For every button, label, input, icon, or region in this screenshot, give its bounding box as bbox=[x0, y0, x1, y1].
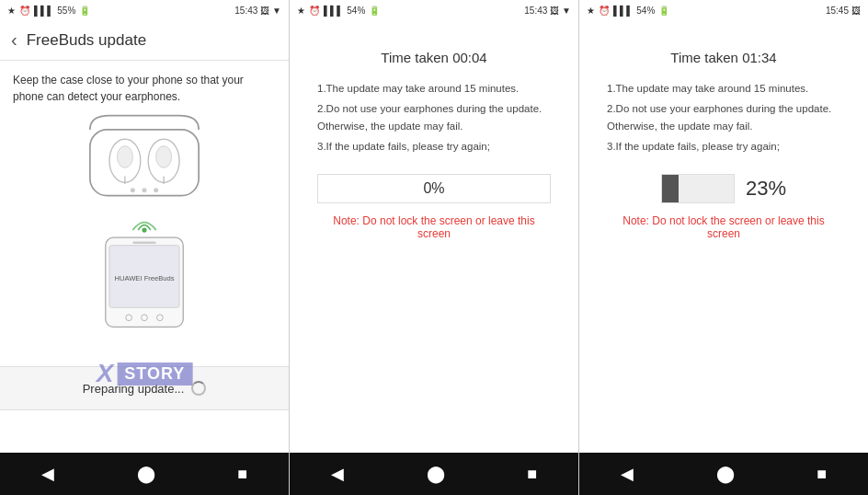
device-illustration: HUAWEI FreeBuds bbox=[52, 114, 236, 335]
svg-point-7 bbox=[131, 188, 135, 192]
nav-recents-3[interactable]: ■ bbox=[817, 465, 827, 484]
status-left-1: ★ ⏰ ▌▌▌ 55% 🔋 bbox=[7, 6, 90, 16]
progress-bar-container-3 bbox=[661, 174, 735, 203]
update-note-3-1: 1.The update may take around 15 minutes. bbox=[607, 80, 840, 98]
update-note-3-2: 2.Do not use your earphones during the u… bbox=[607, 100, 840, 136]
status-icon-bt2: ★ bbox=[297, 6, 305, 16]
update-notes-2: 1.The update may take around 15 minutes.… bbox=[317, 80, 551, 155]
svg-point-2 bbox=[117, 146, 132, 168]
status-right-2: 15:43 🖼 ▼ bbox=[524, 6, 571, 16]
page-title-1: FreeBuds update bbox=[27, 31, 146, 50]
status-signal3: ▌▌▌ bbox=[613, 6, 633, 16]
content-area-2: Time taken 00:04 1.The update may take a… bbox=[290, 20, 578, 453]
phone-panel-2: ★ ⏰ ▌▌▌ 54% 🔋 15:43 🖼 ▼ Time taken 00:04… bbox=[290, 0, 579, 495]
battery-icon2: 🔋 bbox=[369, 6, 380, 16]
progress-percent-3: 23% bbox=[746, 177, 786, 201]
status-icon-bt3: ★ bbox=[587, 6, 595, 16]
status-left-3: ★ ⏰ ▌▌▌ 54% 🔋 bbox=[587, 6, 669, 16]
spinner-icon bbox=[191, 381, 206, 396]
nav-recents-2[interactable]: ■ bbox=[527, 465, 537, 484]
time-taken-2: Time taken 00:04 bbox=[317, 50, 551, 65]
progress-section-3: 23% bbox=[607, 174, 840, 203]
nav-recents-1[interactable]: ■ bbox=[237, 465, 247, 484]
watermark: X STORY bbox=[97, 359, 193, 388]
watermark-story: STORY bbox=[117, 363, 192, 386]
progress-display-2: 0% bbox=[317, 174, 551, 203]
watermark-x: X bbox=[97, 359, 114, 388]
svg-rect-0 bbox=[90, 130, 199, 196]
status-extra-2: 🖼 ▼ bbox=[550, 6, 571, 16]
nav-bar-3: ◀ ⬤ ■ bbox=[579, 453, 868, 495]
status-battery2: 54% bbox=[347, 6, 365, 16]
note-text-2: Note: Do not lock the screen or leave th… bbox=[317, 214, 551, 240]
top-bar-1: ‹ FreeBuds update bbox=[0, 20, 289, 61]
status-icon-alarm2: ⏰ bbox=[309, 6, 320, 16]
nav-bar-2: ◀ ⬤ ■ bbox=[290, 453, 578, 495]
phone-panel-3: ★ ⏰ ▌▌▌ 54% 🔋 15:45 🖼 Time taken 01:34 1… bbox=[579, 0, 868, 495]
nav-home-3[interactable]: ⬤ bbox=[716, 464, 735, 484]
status-left-2: ★ ⏰ ▌▌▌ 54% 🔋 bbox=[297, 6, 380, 16]
battery-icon: 🔋 bbox=[79, 6, 90, 16]
svg-text:HUAWEI FreeBuds: HUAWEI FreeBuds bbox=[114, 274, 174, 282]
status-signal2: ▌▌▌ bbox=[324, 6, 343, 16]
battery-icon3: 🔋 bbox=[658, 6, 669, 16]
phone-panel-1: ★ ⏰ ▌▌▌ 55% 🔋 15:43 🖼 ▼ ‹ FreeBuds updat… bbox=[0, 0, 290, 495]
update-content-2: Time taken 00:04 1.The update may take a… bbox=[303, 31, 565, 251]
svg-point-5 bbox=[156, 146, 172, 168]
nav-home-1[interactable]: ⬤ bbox=[137, 464, 155, 484]
svg-point-10 bbox=[142, 227, 146, 232]
svg-point-9 bbox=[154, 188, 158, 192]
status-bar-3: ★ ⏰ ▌▌▌ 54% 🔋 15:45 🖼 bbox=[579, 0, 868, 20]
status-bar-2: ★ ⏰ ▌▌▌ 54% 🔋 15:43 🖼 ▼ bbox=[290, 0, 578, 20]
status-time-3: 15:45 bbox=[826, 6, 849, 16]
progress-percent-2: 0% bbox=[423, 180, 444, 196]
status-extra-1: 🖼 ▼ bbox=[260, 6, 281, 16]
status-extra-3: 🖼 bbox=[851, 6, 861, 16]
time-taken-3: Time taken 01:34 bbox=[607, 50, 840, 65]
content-area-1: Keep the case close to your phone so tha… bbox=[0, 61, 289, 453]
status-right-3: 15:45 🖼 bbox=[826, 6, 861, 16]
nav-back-2[interactable]: ◀ bbox=[331, 464, 344, 484]
status-bar-1: ★ ⏰ ▌▌▌ 55% 🔋 15:43 🖼 ▼ bbox=[0, 0, 289, 20]
content-area-3: Time taken 01:34 1.The update may take a… bbox=[579, 20, 868, 453]
update-note-2-2: 2.Do not use your earphones during the u… bbox=[317, 100, 551, 136]
instruction-text: Keep the case close to your phone so tha… bbox=[13, 72, 276, 105]
update-note-3-3: 3.If the update fails, please try again; bbox=[607, 138, 840, 156]
note-text-3: Note: Do not lock the screen or leave th… bbox=[607, 214, 840, 240]
nav-home-2[interactable]: ⬤ bbox=[427, 464, 445, 484]
status-icon-alarm3: ⏰ bbox=[599, 6, 610, 16]
status-signal: ▌▌▌ bbox=[34, 6, 53, 16]
update-note-2-3: 3.If the update fails, please try again; bbox=[317, 138, 551, 156]
phone-svg: HUAWEI FreeBuds bbox=[80, 234, 209, 335]
update-notes-3: 1.The update may take around 15 minutes.… bbox=[607, 80, 840, 155]
update-note-2-1: 1.The update may take around 15 minutes. bbox=[317, 80, 551, 98]
signal-waves-svg bbox=[117, 211, 172, 234]
status-battery3: 54% bbox=[636, 6, 655, 16]
update-content-3: Time taken 01:34 1.The update may take a… bbox=[592, 31, 855, 251]
progress-bar-fill-3 bbox=[662, 175, 679, 202]
status-battery: 55% bbox=[57, 6, 75, 16]
svg-point-8 bbox=[142, 188, 146, 192]
status-time-1: 15:43 bbox=[234, 6, 257, 16]
nav-back-3[interactable]: ◀ bbox=[621, 464, 634, 484]
status-icon-alarm: ⏰ bbox=[19, 6, 30, 16]
status-icon-bt: ★ bbox=[7, 6, 16, 16]
nav-back-1[interactable]: ◀ bbox=[41, 464, 54, 484]
progress-section-2: 0% bbox=[317, 174, 551, 203]
nav-bar-1: ◀ ⬤ ■ bbox=[0, 453, 289, 495]
status-right-1: 15:43 🖼 ▼ bbox=[234, 6, 281, 16]
back-button-1[interactable]: ‹ bbox=[11, 29, 17, 51]
svg-rect-17 bbox=[132, 242, 155, 245]
status-time-2: 15:43 bbox=[524, 6, 547, 16]
earbuds-case-svg bbox=[62, 114, 227, 215]
